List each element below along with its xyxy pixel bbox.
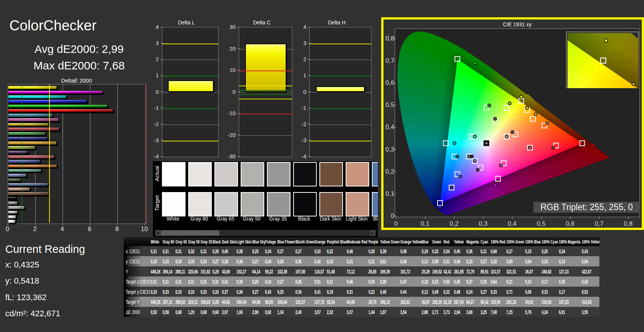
table-cell-text: 0,17 (542, 278, 548, 285)
table-cell: 422,67 (582, 266, 599, 276)
table-cell-text: 0,54 (582, 258, 588, 265)
table-row-label-text: Y (124, 269, 128, 275)
table-cell-text: 2,40 (295, 309, 302, 315)
scrollbar-left-button[interactable]: ◄ (155, 230, 160, 236)
swatch-actual-blue-sky[interactable] (372, 162, 378, 186)
table-cell: 0,49 (454, 256, 466, 266)
table-cell-text: 0,45 (454, 248, 460, 255)
scrollbar-thumb[interactable] (161, 230, 219, 236)
table-cell: 25,29 (422, 266, 432, 276)
deltae-bar-100-green (8, 104, 108, 108)
swatch-actual-dark-skin[interactable] (319, 162, 343, 186)
table-cell: 0,64 (491, 276, 506, 287)
delta-chart-delta-l (162, 27, 219, 157)
swatch-actual-white[interactable] (162, 162, 186, 186)
delta-ref-line (162, 141, 218, 141)
cie-x-tick-label: 0,6 (563, 220, 578, 228)
table-cell-text: 0,38 (222, 258, 228, 265)
table-cell-text: 156,63 (201, 299, 210, 305)
delta-y-tick-label: -30 (222, 153, 236, 159)
table-cell: 0,27 (252, 256, 265, 266)
table-cell-text: 321,51 (506, 268, 516, 275)
delta-y-tick-label: 1 (145, 72, 159, 78)
swatch-actual-gray-35[interactable] (267, 162, 291, 186)
table-cell-text: 0,52 (151, 309, 157, 315)
table-cell-text: 1,44 (368, 309, 375, 315)
table-cell: 0,55 (443, 276, 454, 287)
table-cell: 0,25 (277, 256, 295, 266)
table-cell-text: 197,58 (295, 268, 305, 275)
table-cell: 0,92 (265, 307, 277, 317)
table-cell: 346,92 (542, 266, 559, 276)
swatch-actual-gray-65[interactable] (214, 162, 238, 186)
swatch-target-black[interactable] (293, 192, 317, 216)
table-cell: 196,13 (380, 297, 400, 307)
swatch-target-light-skin[interactable] (346, 192, 369, 216)
cie-measured-bluish-green (473, 135, 476, 138)
swatch-target-dark-skin[interactable] (319, 192, 343, 216)
deltae-ref-line-green (22, 84, 22, 223)
cie-measured-yellow (526, 106, 529, 109)
deltae-bar-orange (8, 164, 57, 168)
delta-y-tick-label: -3 (145, 137, 159, 143)
table-cell-text: 0,19 (327, 288, 333, 295)
table-cell-text: 281,33 (506, 299, 516, 305)
delta-ref-line (310, 141, 371, 141)
table-cell-text: 0,32 (491, 258, 497, 265)
table-col-header-text: Light Skin (237, 239, 252, 245)
table-cell: 0,33 (542, 287, 559, 297)
swatch-target-gray-65[interactable] (214, 192, 238, 216)
delta-chart-delta-c (239, 27, 293, 157)
table-cell-text: 0,25 (277, 258, 284, 265)
table-cell: 0,26 (213, 246, 222, 256)
table-cell: 0,33 (151, 287, 163, 297)
table-cell: 199,39 (380, 266, 400, 276)
swatch-actual-gray-50[interactable] (241, 162, 264, 186)
table-cell: 0,39 (380, 246, 400, 256)
table-cell-text: 356,14 (163, 268, 172, 275)
table-cell: 0,33 (542, 256, 559, 266)
table-row-label-2: Y (124, 266, 151, 276)
table-cell-text: 289,52 (175, 299, 185, 305)
scrollbar-right-button[interactable]: ► (370, 230, 376, 236)
swatch-target-gray-80[interactable] (188, 192, 212, 216)
table-cell: 59,22 (265, 266, 277, 276)
table-cell-text: 0,33 (491, 288, 497, 295)
table-cell: 448,26 (151, 266, 163, 276)
table-col-header-text: Yellow (454, 239, 464, 245)
table-cell: 6,91 (559, 307, 582, 317)
table-col-header-text: Green (432, 239, 441, 245)
table-cell: 0,19 (327, 287, 347, 297)
table-cell: 261,95 (454, 266, 466, 276)
table-cell: 0,43 (582, 276, 599, 287)
table-cell: 43,69 (222, 266, 237, 276)
cie-x-tick-label: 0 (389, 220, 404, 228)
swatch-target-white[interactable] (162, 192, 186, 216)
delta-ref-line (239, 94, 292, 95)
swatch-actual-black[interactable] (293, 162, 317, 186)
swatch-actual-light-skin[interactable] (346, 162, 369, 186)
table-cell-text: 0,47 (400, 278, 407, 285)
table-cell: 0,23 (466, 256, 481, 266)
table-cell: 0,46 (347, 276, 368, 287)
deltae-gridline (117, 84, 118, 223)
table-cell: 3,57 (315, 307, 327, 317)
delta-bar-delta-h (316, 86, 365, 92)
table-row-label-text: y: CIE31 (124, 258, 140, 264)
swatch-target-gray-50[interactable] (241, 192, 264, 216)
swatch-actual-gray-80[interactable] (188, 162, 212, 186)
delta-y-tick (237, 156, 240, 157)
delta-bar-delta-c (245, 44, 286, 92)
swatch-target-blue-sky[interactable] (372, 192, 378, 216)
table-cell-text: 0,36 (237, 288, 243, 295)
table-cell: 0,54 (443, 246, 454, 256)
table-cell-text: 5,76 (525, 309, 532, 315)
table-cell: 52,54 (327, 297, 347, 307)
table-col-header-white: White (151, 237, 163, 246)
cie-x-tick-label: 0,2 (446, 220, 461, 228)
deltae-bar-red (8, 127, 59, 131)
swatch-scrollbar[interactable]: ◄► (155, 230, 376, 236)
swatch-target-gray-35[interactable] (267, 192, 291, 216)
table-cell-text: 0,04 (525, 258, 532, 265)
table-cell-text: 3,57 (315, 309, 321, 315)
